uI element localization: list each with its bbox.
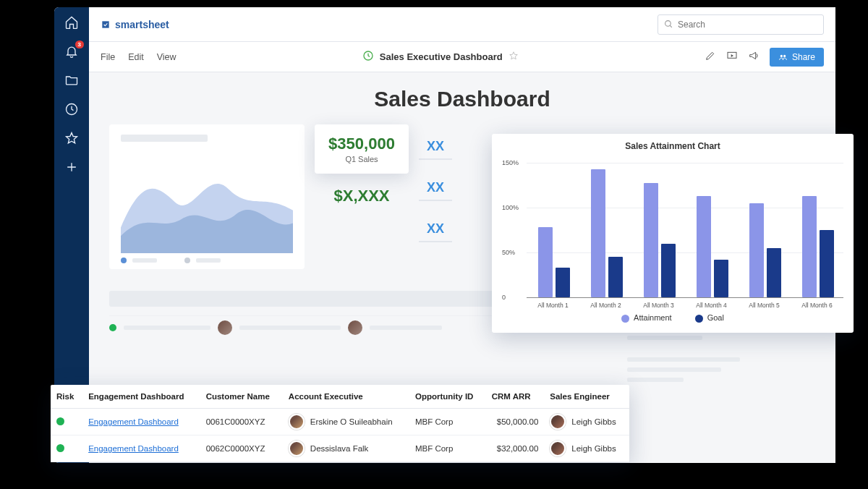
document-title: Sales Executive Dashboard — [362, 50, 519, 64]
avatar-icon — [289, 414, 305, 430]
search-input[interactable] — [678, 20, 817, 30]
legend-placeholder — [121, 258, 293, 263]
dashboard-icon — [362, 50, 374, 64]
favorite-star-icon[interactable] — [509, 51, 519, 63]
bar-group: All Month 1 — [527, 154, 579, 297]
dashboard-link[interactable]: Engagement Dashboard — [88, 417, 179, 426]
xx-value-3: XX — [419, 221, 452, 242]
avatar-icon — [550, 414, 566, 430]
svg-point-1 — [665, 21, 671, 27]
bar-group: All Month 3 — [632, 154, 685, 297]
th-ae[interactable]: Account Executive — [283, 385, 409, 409]
q1-sales-metric[interactable]: $350,000 Q1 Sales — [315, 124, 409, 174]
metric-value: $350,000 — [326, 135, 397, 153]
metric-label: Q1 Sales — [326, 155, 397, 163]
chart-legend: Attainment Goal — [502, 313, 843, 323]
metric-stack: $350,000 Q1 Sales $X,XXX — [315, 124, 409, 269]
star-icon[interactable] — [64, 130, 80, 146]
menu-view[interactable]: View — [157, 52, 176, 62]
bar-group: All Month 4 — [685, 154, 738, 297]
svg-point-4 — [780, 55, 783, 57]
x-axis-label: All Month 4 — [685, 302, 738, 309]
th-arr[interactable]: CRM ARR — [486, 385, 545, 409]
edit-icon[interactable] — [705, 50, 716, 64]
document-title-text: Sales Executive Dashboard — [380, 51, 503, 62]
x-axis-label: All Month 5 — [738, 302, 791, 309]
customer-cell: 0061C0000XYZ — [200, 409, 283, 435]
table-row[interactable]: Engagement Dashboard0062C0000XYZDessisla… — [51, 435, 629, 462]
bar-goal — [661, 244, 676, 297]
arr-cell: $32,000.00 — [486, 435, 545, 462]
menu-file[interactable]: File — [101, 52, 115, 62]
ytick: 50% — [502, 249, 515, 256]
brand-text: smartsheet — [115, 19, 169, 30]
topbar: smartsheet — [89, 7, 835, 42]
bar-goal — [714, 260, 728, 297]
avatar-icon — [289, 441, 305, 456]
bar-group: All Month 5 — [738, 154, 791, 297]
th-se[interactable]: Sales Engineer — [544, 385, 629, 409]
bar-group: All Month 2 — [579, 154, 632, 297]
table-row[interactable]: Engagement Dashboard0061C0000XYZErskine … — [51, 409, 629, 435]
bar-attainment — [697, 196, 711, 297]
clock-icon[interactable] — [64, 101, 80, 117]
bar-attainment — [591, 169, 605, 297]
xx-value-2: XX — [419, 180, 452, 201]
customer-cell: 0062C0000XYZ — [200, 435, 283, 462]
area-chart-icon — [121, 150, 293, 253]
search-icon — [664, 20, 673, 29]
x-axis-label: All Month 6 — [791, 302, 843, 309]
opportunity-cell: MBF Corp — [409, 435, 486, 462]
x-axis-label: All Month 1 — [527, 302, 579, 309]
ae-name: Dessislava Falk — [310, 444, 369, 453]
toolbar-right: Share — [705, 48, 824, 67]
chart-title: Sales Attainment Chart — [502, 141, 843, 151]
bar-attainment — [749, 203, 764, 297]
notification-badge: 3 — [75, 41, 84, 48]
legend-goal: Goal — [707, 313, 724, 322]
metric-placeholder: $X,XXX — [315, 182, 409, 210]
th-dashboard[interactable]: Engagement Dashboard — [82, 385, 200, 409]
announce-icon[interactable] — [748, 50, 760, 64]
ae-name: Erskine O Suileabhain — [310, 417, 393, 426]
ytick: 100% — [502, 204, 519, 211]
table-header-row: Risk Engagement Dashboard Customer Name … — [51, 385, 629, 409]
bar-goal — [556, 268, 570, 297]
chart-plot-area: 050%100%150%All Month 1All Month 2All Mo… — [527, 154, 843, 297]
share-label: Share — [792, 52, 815, 62]
folder-icon[interactable] — [64, 72, 80, 88]
bar-goal — [820, 230, 834, 297]
bar-attainment — [538, 227, 553, 297]
search-box[interactable] — [658, 14, 824, 35]
x-axis-label: All Month 3 — [632, 302, 685, 309]
se-name: Leigh Gibbs — [571, 417, 616, 426]
legend-swatch-attainment — [621, 315, 629, 323]
bell-icon[interactable]: 3 — [64, 43, 80, 59]
share-button[interactable]: Share — [770, 48, 824, 67]
th-opp[interactable]: Opportunity ID — [409, 385, 486, 409]
dashboard-link[interactable]: Engagement Dashboard — [88, 444, 179, 453]
ytick: 150% — [502, 159, 519, 166]
opportunities-table[interactable]: Risk Engagement Dashboard Customer Name … — [51, 385, 629, 462]
th-customer[interactable]: Customer Name — [200, 385, 283, 409]
present-icon[interactable] — [726, 50, 738, 64]
th-risk[interactable]: Risk — [51, 385, 82, 409]
legend-attainment: Attainment — [634, 313, 672, 322]
bar-attainment — [802, 196, 817, 297]
menu-items: File Edit View — [101, 52, 176, 62]
brand-logo[interactable]: smartsheet — [101, 19, 169, 30]
arr-cell: $50,000.00 — [486, 409, 545, 435]
attainment-chart-panel[interactable]: Sales Attainment Chart 050%100%150%All M… — [492, 134, 854, 333]
opportunity-cell: MBF Corp — [409, 409, 486, 435]
bar-attainment — [644, 183, 658, 297]
legend-swatch-goal — [695, 315, 703, 323]
se-name: Leigh Gibbs — [571, 444, 616, 453]
avatar-icon — [550, 441, 566, 456]
menu-edit[interactable]: Edit — [128, 52, 144, 62]
add-icon[interactable] — [64, 159, 80, 175]
area-chart-widget[interactable] — [109, 124, 305, 269]
x-axis-label: All Month 2 — [579, 302, 632, 309]
home-icon[interactable] — [64, 14, 80, 30]
bar-goal — [608, 257, 623, 297]
risk-dot-icon — [56, 444, 64, 452]
